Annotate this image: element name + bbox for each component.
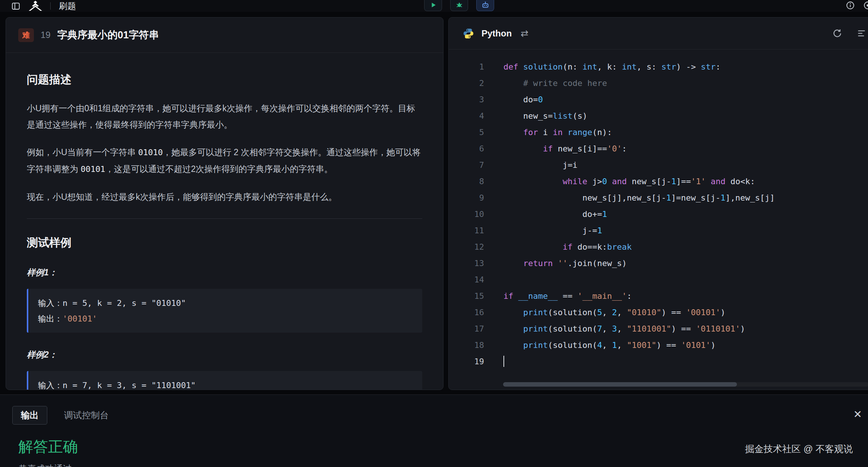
inline-code: 01010 [138,148,163,157]
line-number: 1 [449,62,484,71]
code-token: do<k: [725,177,755,186]
code-line[interactable]: 17 print(solution(7, 3, "1101001") == '0… [449,320,868,337]
code-token: 1 [721,193,725,202]
console-tabs: 输出 调试控制台 [0,395,868,425]
line-number: 8 [449,177,484,186]
code-line[interactable]: 16 print(solution(5, 2, "01010") == '001… [449,304,868,320]
problem-title: 字典序最小的01字符串 [57,28,159,42]
format-code-icon[interactable] [856,28,867,38]
code-line[interactable]: 5 for i in range(n): [449,124,868,140]
language-label: Python [481,28,512,39]
code-token [503,340,523,350]
code-token: '0110101' [696,324,740,333]
code-token: ]=new_s[j- [671,193,720,202]
code-token: (n): [592,128,612,137]
code-token: '00101' [686,308,721,317]
line-number: 13 [449,259,484,268]
code-token: (n: [563,62,582,71]
code-token: new_s[j- [627,177,671,186]
code-token: (solution( [548,340,597,350]
code-token: (s) [572,111,587,121]
line-number: 19 [449,357,484,366]
code-token: do= [503,95,538,104]
code-token: , [617,308,627,317]
debug-button[interactable] [450,0,468,11]
line-number: 15 [449,291,484,301]
problem-body: 问题描述 小U拥有一个由0和1组成的字符串，她可以进行最多k次操作，每次操作可以… [6,53,443,390]
sample-1-label: 样例1： [27,267,422,278]
language-swap-icon[interactable]: ⇄ [521,28,528,39]
problem-paragraph: 现在，小U想知道，经过最多k次操作后，能够得到的字典序最小的字符串是什么。 [27,189,422,205]
tab-debug-console[interactable]: 调试控制台 [64,406,109,424]
play-icon [430,1,437,10]
code-line[interactable]: 6 if new_s[i]=='0': [449,140,868,157]
code-token: '1' [691,177,706,186]
product-title: 刷题 [59,0,76,12]
editor-tools [832,28,867,38]
paragraph-text: 小U拥有一个由0和1组成的字符串，她可以进行最多k次操作，每次操作可以交换相邻的… [27,103,415,129]
settings-icon[interactable] [863,1,868,10]
code-token: while [563,177,587,186]
topbar-left: 刷题 [11,0,76,12]
code-token: if [543,144,553,153]
code-line[interactable]: 19 [449,353,868,370]
juejin-logo-icon[interactable] [29,1,42,11]
code-line[interactable]: 15if __name__ == '__main__': [449,288,868,304]
bug-icon [455,1,463,10]
code-token: (solution( [548,324,597,333]
code-token: , [602,308,612,317]
code-text: def solution(n: int, k: int, s: str) -> … [503,62,721,71]
code-text: new_s=list(s) [503,111,587,121]
code-token: 0 [602,177,607,186]
code-editor[interactable]: 1def solution(n: int, k: int, s: str) ->… [449,58,868,370]
line-number: 14 [449,275,484,284]
ai-assistant-button[interactable] [476,0,494,11]
code-token: str [701,62,716,71]
code-line[interactable]: 8 while j>0 and new_s[j-1]=='1' and do<k… [449,173,868,189]
code-token: do==k: [572,242,607,252]
run-button[interactable] [424,0,442,11]
code-token: (solution( [548,308,597,317]
description-heading: 问题描述 [27,72,422,87]
sample-2-input-line: 输入：n = 7, k = 3, s = "1101001" [38,378,413,390]
code-line[interactable]: 11 j-=1 [449,222,868,239]
code-token: '0' [607,144,622,153]
editor-scrollbar-thumb[interactable] [503,382,737,387]
sample-2-input-value: n = 7, k = 3, s = "1101001" [63,381,196,390]
code-line[interactable]: 7 j=i [449,157,868,173]
line-number: 9 [449,193,484,202]
code-line[interactable]: 14 [449,271,868,288]
code-token: '__main__' [578,291,627,301]
code-token: print [523,324,548,333]
tab-output[interactable]: 输出 [12,406,47,425]
paragraph-text: 例如，小U当前有一个字符串 [27,147,138,157]
code-line[interactable]: 18 print(solution(4, 1, "1001") == '0101… [449,337,868,353]
code-token: new_s[j],new_s[j- [503,193,666,202]
code-token: i [538,128,553,137]
input-label: 输入： [38,298,63,308]
code-line[interactable]: 12 if do==k:break [449,239,868,255]
code-token: if [563,242,573,252]
reset-code-icon[interactable] [832,28,842,38]
code-token: and [710,177,725,186]
code-line[interactable]: 4 new_s=list(s) [449,108,868,124]
info-icon[interactable] [846,1,855,10]
code-line[interactable]: 3 do=0 [449,91,868,108]
code-line[interactable]: 2 # write code here [449,75,868,91]
code-token [503,324,523,333]
code-line[interactable]: 13 return ''.join(new_s) [449,255,868,271]
code-line[interactable]: 10 do+=1 [449,206,868,222]
close-icon[interactable]: ✕ [853,408,862,420]
panel-toggle-icon[interactable] [11,1,20,11]
code-token: 1 [612,340,617,350]
code-line[interactable]: 1def solution(n: int, k: int, s: str) ->… [449,58,868,75]
code-token: new_s= [503,111,553,121]
sample-1-output-line: 输出：'00101' [38,311,413,327]
code-token: new_s[i]== [553,144,607,153]
watermark: 掘金技术社区 @ 不客观说 [745,443,853,455]
python-icon [463,28,474,39]
code-text: print(solution(7, 3, "1101001") == '0110… [503,324,745,333]
code-line[interactable]: 9 new_s[j],new_s[j-1]=new_s[j-1],new_s[j… [449,189,868,206]
sample-2-block: 输入：n = 7, k = 3, s = "1101001" 输出：'01101… [27,371,422,390]
code-text: if new_s[i]=='0': [503,144,627,153]
